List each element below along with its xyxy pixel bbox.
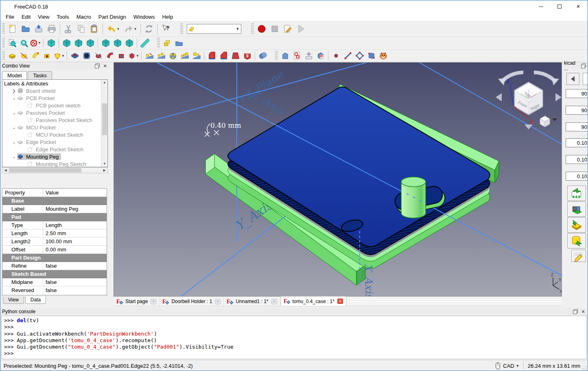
property-group-sketch-based[interactable]: Sketch Based [2,270,107,278]
menu-item-tools[interactable]: Tools [53,13,72,21]
close-panel-icon[interactable]: ✕ [580,309,586,314]
scrollbar-thumb[interactable] [102,103,107,135]
scaled-button[interactable] [190,50,202,61]
scrollbar-thumb[interactable] [9,168,81,172]
polar-pattern-button[interactable] [167,50,179,61]
float-panel-icon[interactable] [581,63,587,68]
float-panel-icon[interactable] [573,309,579,314]
chamfer-button[interactable] [218,50,230,61]
new-document-button[interactable] [6,22,19,35]
subtractive-loft-button[interactable] [104,50,116,61]
paste-button[interactable] [88,22,101,35]
thickness-button[interactable] [241,50,253,61]
tree-item-mcu-pocket[interactable]: ⌄MCU Pocket [2,124,107,131]
property-value[interactable]: 2.50 mm [43,230,107,236]
maximize-button[interactable] [550,0,569,13]
right-view-button[interactable] [84,37,96,49]
redo-button[interactable]: ▼ [122,22,139,35]
tree-item-mounting-peg-sketch[interactable]: Mounting Peg Sketch [2,160,107,167]
axonometric-view-button[interactable] [45,37,57,49]
multi-transform-button[interactable] [179,50,190,61]
close-tab-icon[interactable]: ✕ [337,299,343,304]
minimize-button[interactable] [531,0,550,13]
edit-notes-button[interactable] [571,250,586,262]
create-part-button[interactable] [161,37,173,49]
measure-distance-button[interactable] [139,37,151,49]
workbench-selector[interactable]: ▼ [187,24,241,34]
dropdown-arrow-icon[interactable]: ▼ [38,41,41,45]
expander-icon[interactable]: ⌄ [12,125,17,130]
rear-view-button[interactable] [100,37,111,49]
fillet-button[interactable] [206,50,218,61]
edit-macro-button[interactable] [281,22,294,35]
boolean-button[interactable] [257,50,269,61]
toolbar-grip[interactable] [2,51,5,60]
refresh-button[interactable] [142,22,155,35]
tab-model[interactable]: Model [2,71,27,79]
tree-item-board-shield[interactable]: ❯Board shield [2,87,107,94]
chevron-down-icon[interactable]: ▼ [234,27,241,31]
zoom-selection-button[interactable] [18,37,30,49]
property-row-reversed[interactable]: Reversedfalse [2,286,107,295]
kicad-spinbox-0[interactable]: 90 [566,89,588,98]
dropdown-arrow-icon[interactable]: ▼ [136,54,139,58]
tree-item-edge-pocket-sketch[interactable]: Edge Pocket Sketch [2,146,107,153]
tree-item-mounting-peg[interactable]: ⌄Mounting Peg [2,153,107,160]
tab-data[interactable]: Data [25,297,46,304]
pocket-button[interactable] [69,50,81,61]
kicad-spinbox-5[interactable]: 0.10 [566,172,588,181]
revolution-button[interactable] [18,50,30,61]
dropdown-arrow-icon[interactable]: ▼ [117,27,120,31]
close-tab-icon[interactable]: ✕ [271,299,277,304]
kicad-spinbox-3[interactable]: 0.10 [566,138,588,147]
property-value[interactable]: Length [43,222,107,228]
create-sketch-button[interactable] [291,50,303,61]
create-group-button[interactable] [173,37,185,49]
property-group-part-design[interactable]: Part Design [2,254,107,262]
undo-button[interactable]: ▼ [105,22,122,35]
datum-line-button[interactable] [342,50,354,61]
tree-item-edge-pocket[interactable]: ⌄Edge Pocket [2,138,107,146]
front-view-button[interactable] [61,37,72,49]
menu-item-windows[interactable]: Windows [130,13,159,21]
stop-macro-button[interactable] [268,22,281,35]
scroll-up-icon[interactable]: ▲ [101,80,108,85]
datum-plane-button[interactable] [354,50,365,61]
tree-item-passives-pocket-sketch[interactable]: Passives Pocket Sketch [2,116,107,124]
property-row-refine[interactable]: Refinefalse [2,262,107,270]
tree-vertical-scrollbar[interactable]: ▲ ▼ [101,80,107,167]
tree-horizontal-scrollbar[interactable]: ◀ ▶ [2,167,108,173]
tab-view[interactable]: View [3,297,24,304]
subtractive-primitive-button[interactable]: ▼ [128,50,140,61]
property-value[interactable]: 0.00 mm [43,247,107,253]
pad-button[interactable] [6,50,18,61]
toolbar-grip[interactable] [180,23,183,35]
menu-item-view[interactable]: View [34,13,53,21]
python-console-input[interactable]: >>> del(tv)>>> >>> Gui.activateWorkbench… [1,316,587,359]
property-group-pad[interactable]: Pad [2,213,107,221]
export-database-button[interactable] [567,233,586,249]
menu-item-macro[interactable]: Macro [73,13,95,21]
pull-components-button[interactable] [567,201,586,217]
save-document-button[interactable] [32,22,45,35]
map-sketch-button[interactable] [315,50,326,61]
open-document-button[interactable] [19,22,32,35]
property-group-base[interactable]: Base [2,197,107,205]
dropdown-arrow-icon[interactable]: ▼ [134,27,137,31]
groove-button[interactable] [92,50,104,61]
edit-sketch-button[interactable] [303,50,315,61]
part-button[interactable] [583,73,588,85]
property-row-type[interactable]: TypeLength [2,221,107,229]
property-value[interactable]: false [43,279,107,285]
cut-button[interactable] [62,22,75,35]
property-row-label[interactable]: LabelMounting Peg [2,205,107,213]
scroll-left-icon[interactable]: ◀ [2,168,9,173]
draw-style-button[interactable]: ▼ [30,37,42,49]
kicad-spinbox-2[interactable]: 90 [566,122,588,131]
close-button[interactable]: ✕ [569,0,588,13]
mirrored-button[interactable] [143,50,155,61]
property-value[interactable]: false [43,287,107,293]
fit-all-button[interactable] [6,37,18,49]
menu-item-part-design[interactable]: Part Design [95,13,130,21]
dog-button[interactable] [377,50,389,61]
